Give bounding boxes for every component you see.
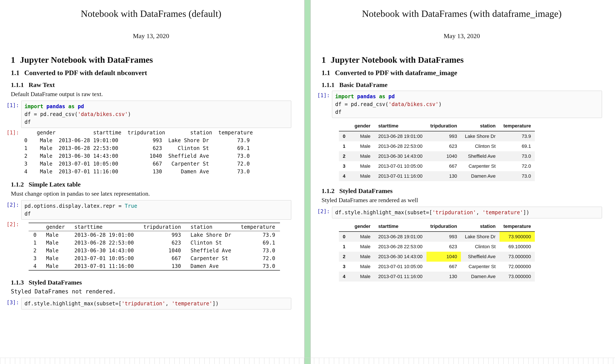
df-cell: Male <box>351 151 374 161</box>
df-cell: Male <box>351 242 374 252</box>
latex-cell: Male <box>41 231 70 239</box>
df-cell: 3 <box>339 262 351 272</box>
latex-cell: Carpenter St <box>186 255 236 262</box>
left-code-cell-1: [1]: import pandas as pd df = pd.read_cs… <box>2 101 291 128</box>
code2-line2: df <box>25 211 31 217</box>
right-date: May 13, 2020 <box>321 32 602 39</box>
latex-cell: 1040 <box>139 247 186 255</box>
df-col: gender <box>351 121 374 131</box>
pane-divider <box>304 0 311 364</box>
latex-cell: 0 <box>28 231 41 239</box>
left-code-cell-3: [3]: df.style.highlight_max(subset=['tri… <box>2 298 291 310</box>
dataframe-image-table-1: gender starttime tripduration station te… <box>339 121 535 181</box>
in-prompt-2: [2]: <box>2 200 19 208</box>
raw-row: 2 Male 2013-06-30 14:43:00 1040 Sheffiel… <box>24 153 250 159</box>
sec1-title: Raw Text <box>28 81 55 88</box>
df-cell: 2013-07-01 11:16:00 <box>374 171 426 181</box>
h1-number: 1 <box>11 55 15 65</box>
df-cell: Sheffield Ave <box>461 151 500 161</box>
sec3-body: Styled DataFrames not rendered. <box>11 288 291 295</box>
code-line3: df <box>335 109 342 115</box>
raw-row: 1 Male 2013-06-28 22:53:00 623 Clinton S… <box>24 145 250 151</box>
latex-cell: 73.0 <box>236 247 280 255</box>
code-line3: df <box>25 119 31 125</box>
latex-cell: 623 <box>139 239 186 247</box>
left-h1: 1Jupyter Notebook with DataFrames <box>11 55 291 65</box>
latex-cell: 2013-06-28 19:01:00 <box>70 231 139 239</box>
df-cell: 993 <box>426 131 461 141</box>
latex-cell: 2013-07-01 10:05:00 <box>70 255 139 262</box>
code3-comma: , <box>165 300 172 307</box>
df-cell: Male <box>351 262 374 272</box>
h2-text: Converted to PDF with dataframe_image <box>335 69 457 77</box>
kw-import: import <box>335 93 354 100</box>
sec1-number: 1.1.1 <box>11 81 24 88</box>
right-h1: 1Jupyter Notebook with DataFrames <box>321 55 602 65</box>
code-box-2: pd.options.display.latex.repr = True df <box>21 200 291 220</box>
df-cell: Male <box>351 252 374 262</box>
right-sec2-heading: 1.1.2Styled DataFrames <box>321 187 602 195</box>
raw-row: 3 Male 2013-07-01 10:05:00 667 Carpenter… <box>24 161 250 167</box>
df-cell: 0 <box>339 232 351 242</box>
alias-pd: pd <box>389 93 395 100</box>
df-cell: Male <box>351 171 374 181</box>
right-h2: 1.1Converted to PDF with dataframe_image <box>321 69 602 77</box>
df-cell: 73.0 <box>500 151 535 161</box>
df-cell: 1040 <box>426 151 461 161</box>
right-document-pane: Notebook with DataFrames (with dataframe… <box>311 0 615 364</box>
df-cell: 73.9 <box>500 131 535 141</box>
string-literal: 'data/bikes.csv' <box>388 101 438 107</box>
df-cell: 667 <box>426 161 461 171</box>
latex-cell: 3 <box>28 255 41 262</box>
df-col-idx <box>339 121 351 131</box>
latex-cell: 667 <box>139 255 186 262</box>
code-line2a: df = pd.read_csv( <box>335 101 389 107</box>
df-cell: Clinton St <box>461 242 500 252</box>
latex-cell: 993 <box>139 231 186 239</box>
code2-line1a: pd.options.display.latex.repr = <box>25 203 125 209</box>
alias-pd: pd <box>78 104 84 109</box>
sec3-title: Styled DataFrames <box>28 279 82 286</box>
latex-cell: Lake Shore Dr <box>186 231 236 239</box>
string-literal: 'temperature' <box>482 209 523 216</box>
left-h2: 1.1Converted to PDF with default nbconve… <box>11 69 291 77</box>
left-document-pane: Notebook with DataFrames (default) May 1… <box>0 0 304 364</box>
latex-col: tripduration <box>139 223 186 231</box>
string-literal: 'temperature' <box>172 300 212 307</box>
code2-a: df.style.highlight_max(subset=[ <box>335 209 432 216</box>
sec3-number: 1.1.3 <box>11 279 24 286</box>
module-pandas: pandas <box>357 93 376 100</box>
df-cell: 2013-06-28 19:01:00 <box>374 131 426 141</box>
latex-col: gender <box>41 223 70 231</box>
df-cell: 73.900000 <box>500 232 535 242</box>
df-cell: 623 <box>426 141 461 151</box>
code-line2a: df = pd.read_csv( <box>25 111 78 117</box>
kw-import: import <box>25 104 43 109</box>
latex-cell: 2013-07-01 11:16:00 <box>70 262 139 270</box>
df-cell: 69.100000 <box>500 242 535 252</box>
df-col-idx <box>339 221 351 232</box>
df-cell: 667 <box>426 262 461 272</box>
sec1-body: Default DataFrame output is raw text. <box>11 91 291 98</box>
raw-output-block: gender starttime tripduration station te… <box>21 128 291 176</box>
latex-cell: 130 <box>139 262 186 270</box>
right-code-cell-1: [1]: import pandas as pd df = pd.read_cs… <box>312 91 602 118</box>
sec2-body: Must change option in pandas to see late… <box>11 190 291 197</box>
latex-col: temperature <box>236 223 280 231</box>
string-literal: 'tripduration' <box>122 300 165 307</box>
code-box-1: import pandas as pd df = pd.read_csv('da… <box>21 101 291 128</box>
df-cell: 2013-06-28 22:53:00 <box>374 242 426 252</box>
df-col: starttime <box>374 221 426 232</box>
df-cell: 2 <box>339 252 351 262</box>
df-cell: Male <box>351 141 374 151</box>
code3-a: df.style.highlight_max(subset=[ <box>25 300 122 307</box>
latex-cell: Male <box>41 247 70 255</box>
latex-col: starttime <box>70 223 139 231</box>
code2-b: ]) <box>523 209 529 216</box>
df-cell: 72.0 <box>500 161 535 171</box>
df-cell: 4 <box>339 171 351 181</box>
out-prompt-1: [1]: <box>2 128 19 136</box>
df-cell: 69.1 <box>500 141 535 151</box>
df-cell: Male <box>351 272 374 282</box>
h1-number: 1 <box>321 55 326 65</box>
